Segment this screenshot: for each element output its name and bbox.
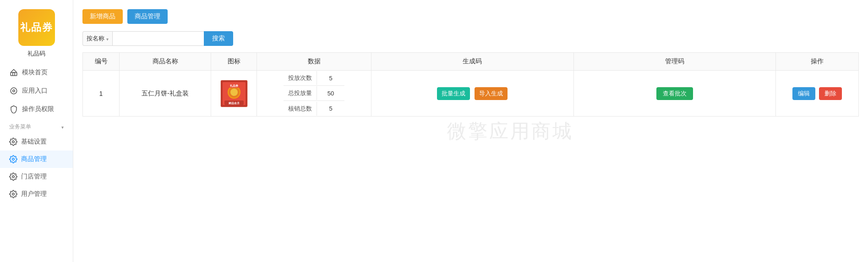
svg-rect-0 xyxy=(11,72,17,76)
batch-generate-button[interactable]: 批量生成 xyxy=(437,87,470,100)
chevron-down-icon xyxy=(106,35,109,42)
sidebar-section-title: 业务菜单 xyxy=(0,118,73,133)
svg-point-4 xyxy=(12,158,15,161)
sidebar-menu-goods[interactable]: 商品管理 xyxy=(0,151,73,168)
edit-button[interactable]: 编辑 xyxy=(792,87,815,100)
sidebar-item-app[interactable]: 应用入口 xyxy=(0,82,73,100)
sidebar-menu-store-label: 门店管理 xyxy=(21,173,47,181)
sidebar-menu-goods-label: 商品管理 xyxy=(21,155,47,163)
svg-point-3 xyxy=(12,141,15,143)
table-cell-actions: 编辑 删除 xyxy=(776,71,858,116)
table-cell-gencode: 批量生成 导入生成 xyxy=(371,71,574,116)
table-cell-data: 投放次数 5 总投放量 50 核销总数 5 xyxy=(257,71,371,116)
sidebar-item-permissions-label: 操作员权限 xyxy=(22,105,54,113)
view-batch-button[interactable]: 查看批次 xyxy=(656,87,693,100)
sidebar: 礼品券 礼品码 模块首页 应用入口 xyxy=(0,0,73,262)
svg-point-5 xyxy=(12,176,15,178)
svg-point-2 xyxy=(13,90,15,92)
shield-icon xyxy=(9,105,18,114)
table: 编号 商品名称 图标 数据 生成码 管理码 操作 1 五仁月饼-礼盒装 xyxy=(82,52,859,117)
product-img-svg: 鲜品全月 礼品券 xyxy=(221,80,247,107)
add-goods-button[interactable]: 新增商品 xyxy=(82,9,123,24)
svg-point-1 xyxy=(11,88,17,94)
sidebar-item-home[interactable]: 模块首页 xyxy=(0,63,73,82)
app-icon xyxy=(9,86,18,95)
delete-button[interactable]: 删除 xyxy=(819,87,842,100)
sidebar-menu-user[interactable]: 用户管理 xyxy=(0,185,73,203)
table-header-data: 数据 xyxy=(257,53,371,70)
sidebar-menu-user-label: 用户管理 xyxy=(21,190,47,198)
import-generate-button[interactable]: 导入生成 xyxy=(475,87,508,100)
table-header-icon: 图标 xyxy=(211,53,257,70)
table-cell-image: 鲜品全月 礼品券 xyxy=(211,71,257,116)
table-header-actions: 操作 xyxy=(776,53,858,70)
gear-icon-goods xyxy=(9,155,17,163)
product-image: 鲜品全月 礼品券 xyxy=(220,80,248,107)
watermark: 微擎应用商城 xyxy=(447,118,573,144)
data-row-0: 投放次数 5 xyxy=(284,71,344,86)
chevron-down-icon xyxy=(61,124,64,130)
sidebar-menu: 基础设置 商品管理 门店管理 用户管理 xyxy=(0,133,73,203)
gear-icon-store xyxy=(9,173,17,181)
sidebar-nav: 模块首页 应用入口 操作员权限 xyxy=(0,63,73,118)
table-cell-name: 五仁月饼-礼盒装 xyxy=(120,71,211,116)
gear-icon-basic xyxy=(9,138,17,146)
sidebar-menu-basic[interactable]: 基础设置 xyxy=(0,133,73,151)
sidebar-item-app-label: 应用入口 xyxy=(22,87,48,95)
sidebar-module-title: 礼品码 xyxy=(27,50,45,58)
manage-goods-button[interactable]: 商品管理 xyxy=(127,9,168,24)
svg-point-11 xyxy=(230,89,238,96)
svg-text:鲜品全月: 鲜品全月 xyxy=(228,101,240,105)
table-header-managecode: 管理码 xyxy=(574,53,776,70)
sidebar-logo: 礼品券 xyxy=(18,9,55,46)
gear-icon-user xyxy=(9,190,17,198)
table-row: 1 五仁月饼-礼盒装 xyxy=(82,70,859,117)
search-input[interactable] xyxy=(112,31,204,46)
sidebar-menu-store[interactable]: 门店管理 xyxy=(0,168,73,185)
table-header: 编号 商品名称 图标 数据 生成码 管理码 操作 xyxy=(82,52,859,70)
search-button[interactable]: 搜索 xyxy=(204,31,233,46)
table-header-gencode: 生成码 xyxy=(371,53,574,70)
toolbar: 新增商品 商品管理 xyxy=(82,9,859,24)
svg-text:礼品券: 礼品券 xyxy=(229,84,239,87)
sidebar-item-permissions[interactable]: 操作员权限 xyxy=(0,100,73,118)
search-select[interactable]: 按名称 xyxy=(82,31,112,46)
table-header-id: 编号 xyxy=(83,53,120,70)
table-cell-id: 1 xyxy=(83,71,120,116)
sidebar-menu-basic-label: 基础设置 xyxy=(21,138,47,146)
table-header-name: 商品名称 xyxy=(120,53,211,70)
sidebar-item-home-label: 模块首页 xyxy=(22,68,48,77)
main-content: 微擎应用商城 新增商品 商品管理 按名称 搜索 编号 商品名称 图标 数据 生成… xyxy=(73,0,868,262)
table-cell-managecode: 查看批次 xyxy=(574,71,776,116)
data-row-2: 核销总数 5 xyxy=(284,101,344,116)
data-row-1: 总投放量 50 xyxy=(284,86,344,101)
home-icon xyxy=(9,68,18,77)
svg-point-6 xyxy=(12,193,15,195)
search-bar: 按名称 搜索 xyxy=(82,31,859,46)
